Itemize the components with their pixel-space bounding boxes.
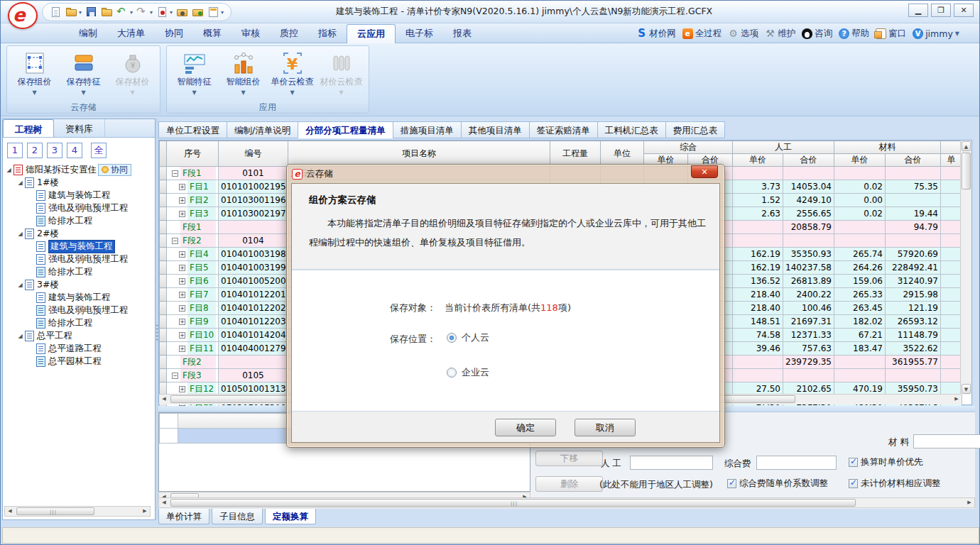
tree-item-强电及弱电预埋工程[interactable]: 强电及弱电预埋工程 [3, 304, 155, 316]
preview-icon[interactable] [207, 6, 219, 18]
menu-tab-审核[interactable]: 审核 [232, 23, 270, 43]
bottom-tab-单价计算[interactable]: 单价计算 [158, 509, 209, 524]
expand-icon[interactable]: ◢ [17, 231, 23, 237]
save-icon[interactable] [85, 6, 97, 18]
tree-item-德阳某拆迁安置住[interactable]: ◢德阳某拆迁安置住协同 [3, 163, 155, 176]
doc-tab-工料机汇总表[interactable]: 工料机汇总表 [597, 121, 665, 138]
ribbon-button-智能特征[interactable]: 智能特征▼ [170, 49, 219, 101]
dropdown-icon[interactable]: ▼ [108, 89, 157, 96]
menu-tab-协同[interactable]: 协同 [155, 23, 193, 43]
menu-tab-大清单[interactable]: 大清单 [107, 23, 155, 43]
filter-button-3[interactable]: 3 [47, 143, 62, 158]
dialog-close-button[interactable]: ✕ [691, 165, 718, 178]
dropdown-icon[interactable]: ▼ [59, 89, 108, 96]
scroll-up-arrow[interactable]: ▲ [962, 141, 971, 151]
redo-icon[interactable]: ↷ [136, 6, 148, 18]
scroll-right-arrow[interactable]: ▶ [952, 395, 962, 403]
dropdown-icon[interactable]: ▾ [150, 9, 153, 16]
ribbon-button-单价云检查[interactable]: ¥单价云检查▼ [268, 49, 317, 101]
left-tab-资料库[interactable]: 资料库 [54, 119, 105, 137]
move-down-button[interactable]: 下移 [535, 451, 603, 466]
scroll-down-arrow[interactable]: ▼ [962, 384, 971, 394]
tree-item-给排水工程[interactable]: 给排水工程 [3, 214, 155, 227]
ok-button[interactable]: 确定 [495, 419, 556, 436]
doc-tab-签证索赔清单[interactable]: 签证索赔清单 [529, 121, 597, 138]
menu-tab-质控[interactable]: 质控 [270, 23, 308, 43]
expand-icon[interactable]: ◢ [17, 282, 23, 288]
scroll-thumb[interactable]: ||| [170, 499, 856, 507]
dropdown-icon[interactable]: ▼ [219, 89, 268, 96]
tree-item-总平园林工程[interactable]: 总平园林工程 [3, 355, 155, 368]
open-folder-icon[interactable] [65, 6, 77, 18]
tree-item-3#楼[interactable]: ◢3#楼 [3, 278, 155, 291]
tree-item-给排水工程[interactable]: 给排水工程 [3, 265, 155, 278]
toolbar-维护[interactable]: ⚒维护 [765, 28, 795, 40]
bottom-tab-子目信息[interactable]: 子目信息 [212, 509, 263, 524]
dialog-title-bar[interactable]: e 云存储 [287, 165, 724, 183]
toolbar-窗口[interactable]: 窗口 [876, 28, 906, 40]
overhead-input[interactable] [756, 456, 837, 470]
new-doc-icon[interactable] [50, 6, 62, 18]
dropdown-icon[interactable]: ▼ [10, 89, 59, 96]
doc-tab-分部分项工程量清单[interactable]: 分部分项工程量清单 [298, 121, 393, 138]
dropdown-icon[interactable]: ▾ [130, 9, 133, 16]
left-panel-hscrollbar[interactable]: ◀ ||| ▶ [4, 506, 151, 517]
menu-tab-指标[interactable]: 指标 [308, 23, 347, 43]
scroll-left-arrow[interactable]: ◀ [5, 507, 15, 515]
menu-tab-报表[interactable]: 报表 [443, 23, 481, 43]
toolbar-选项[interactable]: ⚙选项 [728, 28, 758, 40]
expand-icon[interactable]: ◢ [6, 167, 12, 173]
collab-badge[interactable]: 协同 [98, 164, 131, 176]
ribbon-button-智能组价[interactable]: 智能组价▼ [219, 49, 268, 101]
undo-icon[interactable]: ↶ [116, 6, 129, 18]
dropdown-icon[interactable]: ▾ [79, 9, 82, 16]
checkbox-unpriced-material[interactable]: 未计价材料相应调整 [849, 478, 941, 490]
labor-input[interactable] [630, 456, 713, 470]
doc-tab-措施项目清单[interactable]: 措施项目清单 [393, 121, 461, 138]
toolbar-材价网[interactable]: S材价网 [636, 28, 676, 40]
folder-icon[interactable] [101, 6, 113, 18]
scroll-left-arrow[interactable]: ◀ [159, 395, 169, 403]
scroll-right-arrow[interactable]: ▶ [140, 507, 150, 515]
minimize-button[interactable]: ▁ [908, 4, 928, 17]
filter-button-全[interactable]: 全 [91, 143, 107, 158]
scroll-thumb[interactable] [962, 153, 971, 189]
doc-tab-单位工程设置[interactable]: 单位工程设置 [158, 121, 227, 138]
dropdown-icon[interactable]: ▼ [317, 89, 366, 96]
grid-vscrollbar[interactable]: ▲ ▼ [960, 141, 971, 395]
menu-tab-编制[interactable]: 编制 [69, 23, 107, 43]
menu-tab-电子标[interactable]: 电子标 [396, 23, 443, 43]
tree-item-强电及弱电预埋工程[interactable]: 强电及弱电预埋工程 [3, 202, 155, 214]
doc-tab-编制/清单说明[interactable]: 编制/清单说明 [227, 121, 298, 138]
tree-item-总平道路工程[interactable]: 总平道路工程 [3, 342, 155, 355]
tree-item-给排水工程[interactable]: 给排水工程 [3, 316, 155, 329]
export-doc-icon[interactable] [156, 6, 168, 18]
ribbon-button-保存特征[interactable]: 保存特征▼ [59, 49, 108, 101]
tree-item-建筑与装饰工程[interactable]: 建筑与装饰工程 [3, 291, 155, 304]
toolbar-咨询[interactable]: 咨询 [802, 28, 832, 40]
dropdown-icon[interactable]: ▼ [955, 31, 959, 37]
folder-lock-icon[interactable] [176, 6, 188, 18]
restore-button[interactable]: ❐ [931, 4, 951, 17]
doc-tab-其他项目清单[interactable]: 其他项目清单 [461, 121, 529, 138]
filter-button-2[interactable]: 2 [27, 143, 43, 158]
doc-tab-费用汇总表[interactable]: 费用汇总表 [665, 121, 726, 138]
toolbar-jimmy[interactable]: Vjimmy▼ [913, 28, 959, 39]
checkbox-price-priority[interactable]: 换算时单价优先 [849, 456, 923, 468]
toolbar-全过程[interactable]: e全过程 [682, 28, 722, 40]
close-button[interactable]: ✕ [954, 4, 974, 17]
ribbon-button-保存组价[interactable]: 保存组价▼ [10, 49, 59, 101]
checkbox-overhead-follow[interactable]: 综合费随单价系数调整 [727, 478, 828, 490]
dropdown-icon[interactable]: ▼ [268, 89, 317, 96]
tree-item-强电及弱电预埋工程[interactable]: 强电及弱电预埋工程 [3, 253, 155, 265]
folder-add-icon[interactable] [192, 6, 204, 18]
toolbar-帮助[interactable]: ?帮助 [839, 28, 869, 40]
dropdown-icon[interactable]: ▾ [170, 9, 173, 16]
expand-icon[interactable]: ◢ [17, 333, 23, 339]
left-tab-工程树[interactable]: 工程树 [3, 119, 54, 137]
bottom-hscrollbar[interactable]: ◀ ||| ▶ [158, 497, 975, 508]
tree-item-建筑与装饰工程[interactable]: 建筑与装饰工程 [3, 240, 155, 253]
dropdown-icon[interactable]: ▼ [170, 89, 219, 96]
tree-item-总平工程[interactable]: ◢总平工程 [3, 329, 155, 342]
scroll-right-arrow[interactable]: ▶ [964, 499, 974, 507]
